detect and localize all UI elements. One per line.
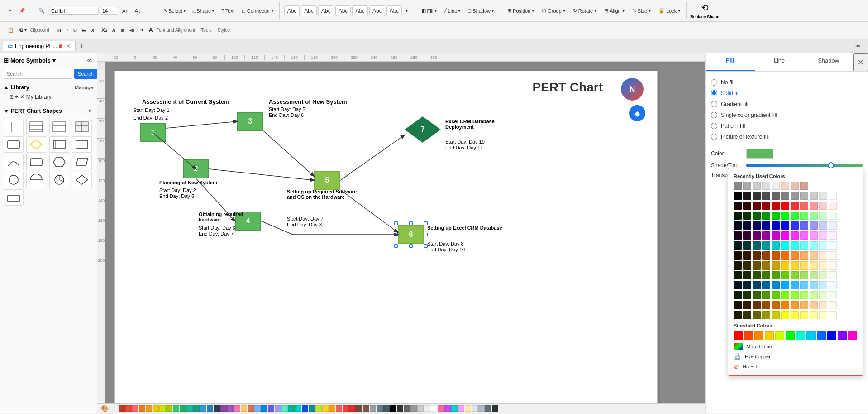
increase-font-btn[interactable]: A↑: [119, 7, 131, 15]
palette-swatch[interactable]: [819, 241, 827, 250]
palette-swatch[interactable]: [734, 311, 742, 319]
palette-swatch[interactable]: [772, 241, 780, 250]
recently-used-swatch[interactable]: [743, 182, 751, 190]
bottom-color-swatch[interactable]: [343, 405, 349, 412]
palette-swatch[interactable]: [753, 301, 761, 309]
more-colors-label[interactable]: More Colors: [746, 344, 858, 349]
palette-swatch[interactable]: [762, 251, 770, 260]
palette-swatch[interactable]: [819, 192, 827, 200]
shape-diamond2[interactable]: [72, 172, 92, 188]
fill-pattern-radio[interactable]: [711, 123, 717, 129]
palette-swatch[interactable]: [743, 231, 751, 240]
my-library-item[interactable]: ⊞ + ✕ My Library: [4, 92, 93, 101]
standard-color-swatch[interactable]: [806, 331, 816, 340]
shape-arc[interactable]: [4, 154, 24, 170]
node-5[interactable]: 5: [314, 171, 340, 190]
font-input[interactable]: [49, 7, 99, 15]
palette-swatch[interactable]: [781, 311, 789, 319]
shape-diamond[interactable]: [26, 136, 46, 153]
bottom-color-swatch[interactable]: [180, 405, 186, 412]
bottom-color-swatch[interactable]: [478, 405, 485, 412]
palette-swatch[interactable]: [829, 192, 837, 200]
standard-color-swatch[interactable]: [775, 331, 784, 340]
style-abc-4[interactable]: Abc: [335, 5, 351, 16]
palette-swatch[interactable]: [743, 281, 751, 289]
pin-btn[interactable]: 📌: [16, 6, 28, 15]
underline-btn[interactable]: U: [71, 26, 79, 34]
style-abc-7[interactable]: Abc: [386, 5, 402, 16]
palette-swatch[interactable]: [762, 261, 770, 270]
palette-swatch[interactable]: [791, 231, 799, 240]
palette-swatch[interactable]: [800, 291, 808, 299]
palette-swatch[interactable]: [800, 241, 808, 250]
size-btn[interactable]: ⤡ Size ▾: [630, 6, 654, 15]
recently-used-swatch[interactable]: [791, 182, 799, 190]
list-btn[interactable]: ≡: [119, 26, 126, 34]
recently-used-swatch[interactable]: [734, 182, 742, 190]
bottom-color-swatch[interactable]: [254, 405, 261, 412]
font-size-input[interactable]: [100, 7, 118, 15]
style-abc-6[interactable]: Abc: [369, 5, 385, 16]
palette-swatch[interactable]: [781, 291, 789, 299]
bottom-color-swatch[interactable]: [485, 405, 491, 412]
bottom-color-swatch[interactable]: [166, 405, 172, 412]
palette-swatch[interactable]: [772, 301, 780, 309]
palette-swatch[interactable]: [819, 301, 827, 309]
handle-mr[interactable]: [424, 233, 428, 236]
palette-swatch[interactable]: [819, 311, 827, 319]
palette-swatch[interactable]: [753, 221, 761, 230]
bottom-color-swatch[interactable]: [383, 405, 390, 412]
bottom-color-swatch[interactable]: [336, 405, 342, 412]
handle-bm[interactable]: [409, 244, 413, 248]
palette-swatch[interactable]: [791, 192, 799, 200]
palette-swatch[interactable]: [791, 241, 799, 250]
bottom-color-swatch[interactable]: [288, 405, 295, 412]
palette-swatch[interactable]: [819, 212, 827, 220]
no-fill-icon[interactable]: ⊘: [734, 363, 739, 370]
palette-swatch[interactable]: [800, 311, 808, 319]
bottom-color-swatch[interactable]: [275, 405, 281, 412]
handle-tl[interactable]: [394, 221, 398, 225]
bottom-color-swatch[interactable]: [119, 405, 125, 412]
palette-swatch[interactable]: [800, 212, 808, 220]
fill-none-label[interactable]: No fill: [721, 79, 734, 86]
palette-swatch[interactable]: [753, 311, 761, 319]
palette-swatch[interactable]: [829, 301, 837, 309]
palette-swatch[interactable]: [791, 202, 799, 210]
palette-swatch[interactable]: [762, 221, 770, 230]
palette-swatch[interactable]: [781, 251, 789, 260]
palette-swatch[interactable]: [819, 202, 827, 210]
palette-swatch[interactable]: [743, 202, 751, 210]
palette-swatch[interactable]: [762, 281, 770, 289]
standard-color-swatch[interactable]: [838, 331, 847, 340]
standard-color-swatch[interactable]: [734, 331, 743, 340]
palette-swatch[interactable]: [829, 281, 837, 289]
bottom-color-swatch[interactable]: [173, 405, 179, 412]
tab-line[interactable]: Line: [755, 53, 804, 71]
recently-used-swatch[interactable]: [753, 182, 761, 190]
palette-swatch[interactable]: [829, 261, 837, 270]
scissors-btn[interactable]: ✂: [5, 6, 15, 15]
standard-color-swatch[interactable]: [848, 331, 857, 340]
fill-none-radio[interactable]: [711, 79, 717, 86]
palette-swatch[interactable]: [753, 251, 761, 260]
bottom-color-swatch[interactable]: [295, 405, 301, 412]
recently-used-swatch[interactable]: [762, 182, 770, 190]
palette-swatch[interactable]: [781, 221, 789, 230]
palette-swatch[interactable]: [829, 221, 837, 230]
palette-swatch[interactable]: [772, 221, 780, 230]
fill-picture-radio[interactable]: [711, 134, 717, 140]
fill-picture-label[interactable]: Picture or texture fill: [721, 134, 769, 140]
palette-swatch[interactable]: [734, 261, 742, 270]
style-abc-5[interactable]: Abc: [352, 5, 368, 16]
standard-color-swatch[interactable]: [754, 331, 763, 340]
palette-swatch[interactable]: [743, 251, 751, 260]
palette-swatch[interactable]: [810, 251, 818, 260]
style-abc-2[interactable]: Abc: [301, 5, 317, 16]
palette-swatch[interactable]: [762, 301, 770, 309]
palette-swatch[interactable]: [734, 281, 742, 289]
palette-swatch[interactable]: [810, 231, 818, 240]
shape-table4[interactable]: [72, 119, 92, 135]
fill-solid-label[interactable]: Solid fill: [721, 90, 739, 96]
palette-swatch[interactable]: [753, 271, 761, 279]
